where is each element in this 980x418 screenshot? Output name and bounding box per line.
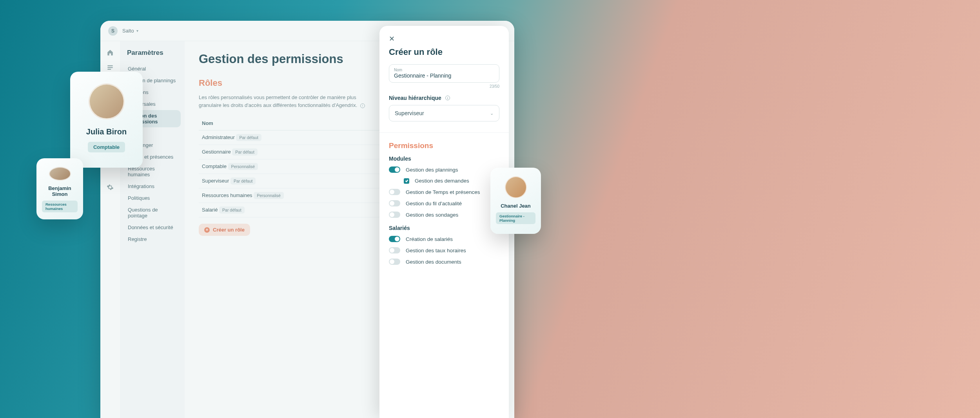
modules-heading: Modules — [389, 156, 499, 162]
profile-name: Benjamin Simon — [42, 185, 78, 197]
avatar — [505, 176, 527, 198]
profile-card-benjamin: Benjamin Simon Ressources humaines — [36, 158, 83, 219]
role-name-field[interactable]: Nom — [389, 64, 499, 83]
permission-label: Gestion de Temps et présences — [406, 189, 480, 195]
home-icon[interactable] — [107, 49, 114, 56]
toggle[interactable] — [389, 212, 400, 218]
profile-card-chanel: Chanel Jean Gestionnaire - Planning — [490, 168, 541, 234]
role-name: Gestionnaire — [202, 149, 231, 155]
toggle[interactable] — [389, 259, 400, 265]
permission-row: Gestion des demandes — [404, 178, 499, 184]
role-type-badge: Par défaut — [230, 177, 256, 185]
role-type-badge: Personnalisé — [254, 192, 284, 199]
chevron-down-icon: ⌄ — [490, 111, 494, 116]
permission-row: Gestion de Temps et présences — [389, 189, 499, 195]
info-icon[interactable]: i — [360, 103, 365, 108]
level-section-label: Niveau hiérarchique i — [389, 95, 499, 101]
role-name: Superviseur — [202, 178, 229, 184]
sidebar-item[interactable]: Questions de pointage — [124, 204, 181, 221]
permission-row: Gestion des documents — [389, 259, 499, 265]
permission-row: Gestion des plannings — [389, 166, 499, 173]
list-icon[interactable] — [107, 64, 114, 71]
permission-label: Gestion des taux horaires — [406, 248, 466, 253]
role-name: Salarié — [202, 207, 218, 213]
workspace-name[interactable]: Salto — [122, 28, 134, 34]
permission-row: Gestion des taux horaires — [389, 247, 499, 253]
profile-role-badge: Comptable — [88, 142, 125, 152]
create-role-button[interactable]: + Créer un rôle — [199, 224, 250, 236]
gear-icon[interactable] — [107, 184, 114, 191]
chevron-down-icon[interactable]: ▾ — [136, 29, 138, 33]
role-name: Administrateur — [202, 134, 235, 140]
role-type-badge: Personnalisé — [228, 163, 258, 170]
section-description: Les rôles personnalisés vous permettent … — [199, 94, 367, 109]
role-name-label: Nom — [394, 68, 494, 72]
role-name-input[interactable] — [394, 72, 494, 79]
drawer-title: Créer un rôle — [389, 47, 499, 57]
profile-name: Julia Biron — [86, 127, 127, 136]
toggle[interactable] — [389, 236, 400, 242]
toggle[interactable] — [389, 189, 400, 195]
role-type-badge: Par défaut — [219, 206, 244, 214]
svg-rect-1 — [107, 67, 113, 68]
create-role-label: Créer un rôle — [213, 227, 245, 233]
plus-icon: + — [204, 227, 210, 233]
create-role-drawer: ✕ Créer un rôle Nom 23/50 Niveau hiérarc… — [379, 26, 509, 418]
permission-label: Gestion des documents — [406, 259, 461, 265]
role-type-badge: Par défaut — [232, 148, 257, 156]
role-name: Comptable — [202, 163, 227, 169]
profile-name: Chanel Jean — [501, 203, 531, 209]
char-counter: 23/50 — [389, 84, 499, 89]
permission-row: Création de salariés — [389, 236, 499, 242]
permission-label: Gestion des sondages — [406, 212, 458, 218]
role-name: Ressources humaines — [202, 192, 252, 198]
sidebar-item[interactable]: Intégrations — [124, 181, 181, 192]
toggle[interactable] — [389, 166, 400, 173]
col-name[interactable]: Nom — [199, 116, 385, 130]
sidebar-item[interactable]: Données et sécurité — [124, 222, 181, 233]
workspace-logo[interactable]: S — [108, 26, 118, 36]
avatar — [89, 83, 125, 119]
role-type-badge: Par défaut — [236, 134, 261, 141]
svg-rect-2 — [107, 69, 111, 70]
sidebar-item[interactable]: Registre — [124, 233, 181, 245]
profile-role-badge: Gestionnaire - Planning — [496, 212, 535, 224]
close-icon[interactable]: ✕ — [389, 34, 395, 43]
permissions-title: Permissions — [389, 141, 499, 150]
toggle[interactable] — [389, 247, 400, 253]
toggle[interactable] — [389, 200, 400, 206]
level-select-value: Superviseur — [395, 110, 424, 116]
sidebar-item[interactable]: Politiques — [124, 192, 181, 204]
profile-role-badge: Ressources humaines — [42, 201, 78, 212]
level-select[interactable]: Superviseur ⌄ — [389, 105, 499, 121]
sidebar-title: Paramètres — [124, 49, 181, 57]
permission-label: Gestion des demandes — [415, 178, 469, 184]
permission-label: Gestion des plannings — [406, 167, 458, 173]
info-icon[interactable]: i — [445, 96, 450, 100]
employees-heading: Salariés — [389, 225, 499, 231]
permission-row: Gestion des sondages — [389, 212, 499, 218]
checkbox[interactable] — [404, 178, 409, 184]
permission-label: Gestion du fil d'actualité — [406, 201, 462, 206]
profile-card-julia: Julia Biron Comptable — [70, 72, 143, 168]
permission-label: Création de salariés — [406, 236, 453, 242]
avatar — [49, 167, 71, 181]
permission-row: Gestion du fil d'actualité — [389, 200, 499, 206]
svg-rect-0 — [107, 65, 113, 66]
